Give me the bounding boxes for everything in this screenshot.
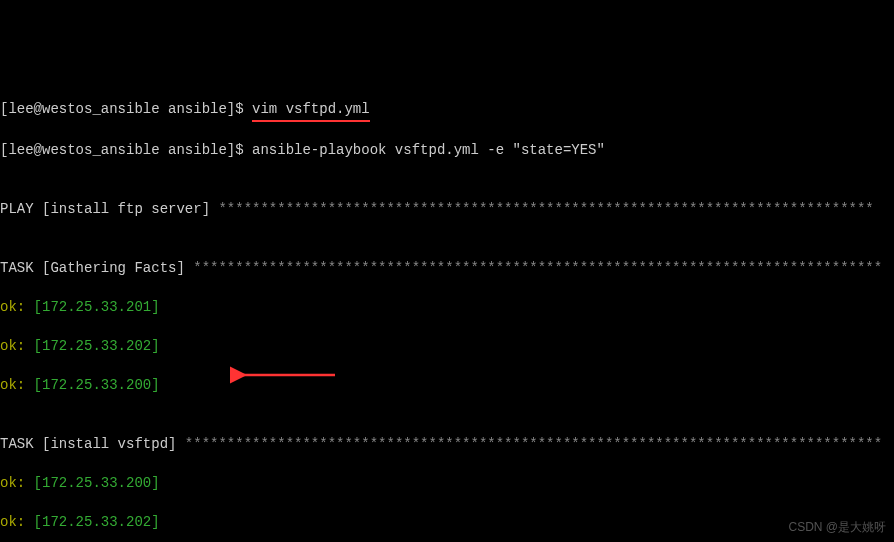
- shell-prompt: [lee@westos_ansible ansible]$: [0, 101, 252, 117]
- ok-host: [172.25.33.200]: [34, 377, 160, 393]
- terminal-output[interactable]: [lee@westos_ansible ansible]$ vim vsftpd…: [0, 78, 894, 542]
- watermark-text: CSDN @是大姚呀: [788, 519, 886, 536]
- task-install-vsftpd: TASK [install vsftpd]: [0, 436, 185, 452]
- ok-status: ok:: [0, 514, 34, 530]
- ok-status: ok:: [0, 377, 34, 393]
- ok-status: ok:: [0, 299, 34, 315]
- star-divider: ****************************************…: [218, 201, 873, 217]
- ok-status: ok:: [0, 338, 34, 354]
- play-header: PLAY [install ftp server]: [0, 201, 218, 217]
- star-divider: ****************************************…: [193, 260, 882, 276]
- vim-command-highlight: vim vsftpd.yml: [252, 100, 370, 122]
- star-divider: ****************************************…: [185, 436, 882, 452]
- ok-host: [172.25.33.202]: [34, 338, 160, 354]
- ok-host: [172.25.33.202]: [34, 514, 160, 530]
- shell-prompt: [lee@westos_ansible ansible]$: [0, 142, 252, 158]
- ansible-command: ansible-playbook vsftpd.yml -e "state=YE…: [252, 142, 605, 158]
- task-gathering-facts: TASK [Gathering Facts]: [0, 260, 193, 276]
- ok-status: ok:: [0, 475, 34, 491]
- ok-host: [172.25.33.200]: [34, 475, 160, 491]
- ok-host: [172.25.33.201]: [34, 299, 160, 315]
